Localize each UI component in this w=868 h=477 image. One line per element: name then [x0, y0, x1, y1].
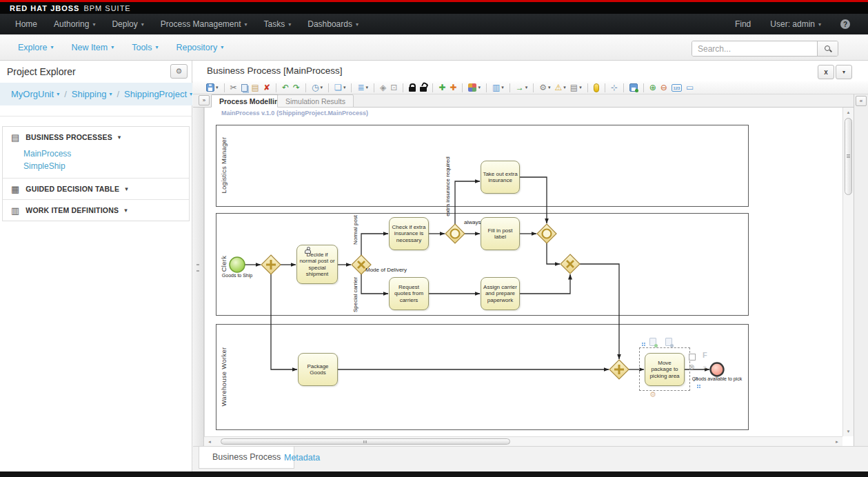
inclusive-gateway-split[interactable] [445, 224, 465, 243]
parallel-gateway-split[interactable] [261, 255, 281, 274]
section-work-item-definitions[interactable]: ▥ WORK ITEM DEFINITIONS ▾ [3, 200, 189, 221]
gear-icon[interactable]: ⚙ [170, 64, 188, 79]
task-move-package[interactable]: Move package to picking area [645, 353, 685, 386]
horizontal-scroll-thumb[interactable] [221, 438, 510, 445]
task-package-goods[interactable]: Package Goods [298, 353, 338, 386]
task-take-out-insurance[interactable]: Take out extra insurance [481, 161, 520, 194]
section-business-processes[interactable]: ▤ BUSINESS PROCESSES ▾ [3, 127, 189, 148]
toggle-panel-icon[interactable]: ▭ [685, 82, 695, 93]
tab-metadata[interactable]: Metadata [284, 453, 320, 463]
subnav-item-tools[interactable]: Tools▾ [132, 43, 158, 52]
tab-simulation-results[interactable]: Simulation Results [277, 94, 354, 108]
nav-item-deploy[interactable]: Deploy▾ [112, 19, 143, 29]
redo-icon[interactable]: ↷ [292, 82, 301, 93]
task-check-insurance[interactable]: Check if extra insurance is necessary [389, 217, 429, 250]
wrench-icon[interactable]: ⚙ [649, 391, 656, 398]
circle-action-icon[interactable]: ○ [703, 364, 707, 371]
properties-icon[interactable]: ▥▾ [491, 82, 505, 93]
breadcrumb-orgunit[interactable]: MyOrgUnit [11, 89, 54, 99]
undo-icon[interactable]: ↶ [281, 82, 290, 93]
help-icon[interactable]: ? [840, 19, 850, 29]
tree-item-simpleship[interactable]: SimpleShip [3, 160, 189, 172]
sequence-flow[interactable] [455, 181, 480, 224]
tab-business-process[interactable]: Business Process [199, 447, 294, 469]
sequence-flow[interactable] [520, 274, 570, 294]
task-request-quotes[interactable]: Request quotes from carriers [389, 277, 429, 310]
faded-action-icon[interactable]: F [703, 352, 707, 359]
sequence-flow[interactable] [271, 274, 297, 369]
connector-handle-icon[interactable] [642, 343, 643, 344]
editor-menu-button[interactable]: ▾ [836, 65, 852, 79]
sequence-flow[interactable] [580, 264, 619, 359]
save-image-icon[interactable] [628, 82, 639, 93]
section-guided-decision-table[interactable]: ▦ GUIDED DECISION TABLE ▾ [3, 179, 189, 199]
subnav-item-repository[interactable]: Repository▾ [176, 43, 223, 52]
add-docker-icon[interactable]: ✚ [437, 82, 447, 93]
subnav-item-new-item[interactable]: New Item▾ [71, 43, 114, 52]
scroll-right-button[interactable]: ► [833, 438, 841, 446]
copy-icon[interactable] [240, 82, 249, 93]
search-input[interactable] [692, 41, 817, 56]
nav-item-home[interactable]: Home [15, 19, 37, 29]
document-action-icon[interactable] [665, 338, 672, 346]
delete-icon[interactable]: ✘ [262, 82, 272, 93]
lock-icon[interactable] [407, 82, 417, 93]
connect-arrow-icon[interactable]: ↗ [692, 376, 698, 383]
end-event[interactable] [711, 363, 724, 376]
breadcrumb-project[interactable]: ShippingProject [124, 89, 187, 99]
task-fill-post-label[interactable]: Fill in post label [481, 217, 520, 250]
alerts-icon[interactable]: ⚠▾ [554, 82, 567, 93]
cancel-action-icon[interactable]: ⊗ [689, 364, 694, 371]
panel-splitter[interactable] [192, 81, 204, 471]
start-event[interactable] [230, 257, 245, 272]
inclusive-gateway-join[interactable] [537, 224, 556, 243]
nav-item-process-management[interactable]: Process Management▾ [161, 19, 248, 29]
scroll-down-button[interactable]: ▼ [843, 427, 854, 436]
storage-icon[interactable]: ▤▾ [569, 82, 583, 93]
parallel-gateway-join[interactable] [609, 360, 629, 379]
morph-shape-button[interactable] [689, 354, 696, 361]
user-menu[interactable]: User: admin▾ [770, 19, 821, 29]
sequence-flow[interactable] [547, 243, 560, 264]
search-button[interactable] [817, 41, 838, 56]
nav-item-dashboards[interactable]: Dashboards▾ [307, 19, 359, 29]
zoom-out-icon[interactable]: ⊖ [659, 82, 669, 93]
nav-item-tasks[interactable]: Tasks▾ [264, 19, 292, 29]
toggle-ids-icon[interactable] [670, 82, 683, 93]
sequence-flow[interactable] [361, 274, 388, 294]
breadcrumb-repository[interactable]: Shipping [72, 89, 107, 99]
vertical-scroll-thumb[interactable] [845, 118, 852, 195]
highlight-icon[interactable] [592, 82, 600, 93]
sequence-flow[interactable] [520, 177, 547, 223]
export-icon[interactable]: →▾ [514, 82, 529, 93]
move-anchor-icon[interactable]: ⊹ [609, 82, 619, 93]
chevron-down-icon[interactable]: ▾ [109, 91, 112, 97]
nav-item-authoring[interactable]: Authoring▾ [54, 19, 95, 29]
task-decide-shipment[interactable]: Decide if normal post or special shipmen… [296, 245, 338, 284]
scroll-left-button[interactable]: ◄ [205, 438, 214, 446]
validate-icon[interactable]: ⚙▾ [538, 82, 552, 93]
add-document-icon[interactable] [649, 338, 656, 346]
zoom-actual-icon[interactable]: ⊡ [389, 82, 398, 93]
find-button[interactable]: Find [735, 19, 751, 29]
close-editor-button[interactable]: x [818, 65, 834, 79]
zoom-fit-icon[interactable]: ◈ [379, 82, 387, 93]
collapse-properties-button[interactable]: « [856, 96, 867, 106]
color-theme-icon[interactable]: ▾ [467, 82, 482, 93]
connector-handle-icon[interactable] [697, 385, 698, 386]
process-canvas[interactable]: MainProcess v.1.0 (ShippingProject.MainP… [204, 108, 842, 436]
subnav-item-explore[interactable]: Explore▾ [18, 43, 53, 52]
zoom-in-icon[interactable]: ⊕ [648, 82, 658, 93]
task-assign-carrier[interactable]: Assign carrier and prepare paperwork [481, 277, 520, 310]
chevron-down-icon[interactable]: ▾ [57, 91, 59, 97]
exclusive-gateway-join[interactable] [561, 254, 580, 274]
unlock-icon[interactable] [418, 82, 428, 93]
shape-repository-icon[interactable]: ❏▾ [333, 82, 347, 93]
scroll-up-button[interactable]: ▲ [843, 108, 854, 116]
tree-item-mainprocess[interactable]: MainProcess [3, 148, 189, 160]
remove-docker-icon[interactable]: ✚ [448, 82, 458, 93]
save-icon[interactable]: ▾ [205, 82, 220, 93]
cut-icon[interactable]: ✂ [229, 82, 239, 93]
paste-icon[interactable]: ▤ [250, 82, 261, 93]
expand-shapes-panel-button[interactable]: » [199, 95, 210, 105]
